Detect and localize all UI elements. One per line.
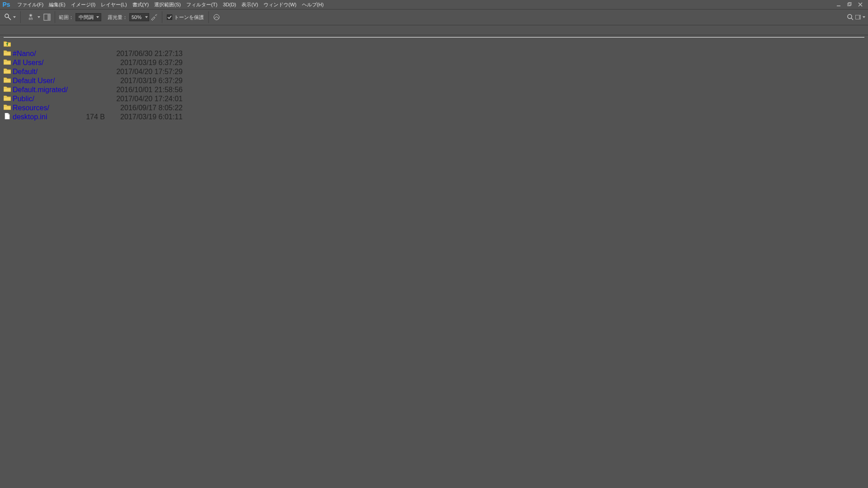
options-bar: 65 範囲： 中間調 露光量： 50% トーンを保護 <box>0 9 868 25</box>
pressure-size-toggle[interactable] <box>212 12 222 22</box>
item-name: Default.migrated/ <box>13 86 76 94</box>
svg-point-7 <box>156 15 156 16</box>
menu-type[interactable]: 書式(Y) <box>130 0 152 9</box>
separator <box>20 11 21 23</box>
item-date: 2017/03/19 6:37:29 <box>108 59 184 67</box>
window-close-button[interactable] <box>856 1 864 8</box>
app-logo: Ps <box>1 0 12 9</box>
file-listing: #Nano/2017/06/30 21:27:13All Users/2017/… <box>0 38 868 122</box>
item-date: 2017/03/19 6:01:11 <box>108 113 184 121</box>
range-label: 範囲： <box>59 14 74 21</box>
item-date: 2017/04/20 17:57:29 <box>108 68 184 76</box>
folder-icon <box>4 95 13 103</box>
window-maximize-button[interactable] <box>845 1 854 8</box>
item-name: desktop.ini <box>13 113 76 121</box>
item-name: All Users/ <box>13 59 76 67</box>
list-item[interactable]: Default.migrated/2016/10/01 21:58:56 <box>4 85 864 94</box>
caret-icon <box>145 16 148 18</box>
caret-icon <box>96 16 99 18</box>
airbrush-toggle[interactable] <box>149 12 159 22</box>
folder-icon <box>4 50 13 58</box>
folder-icon <box>4 77 13 85</box>
list-item[interactable]: desktop.ini174 B2017/03/19 6:01:11 <box>4 113 864 122</box>
menu-view[interactable]: 表示(V) <box>239 0 261 9</box>
svg-point-5 <box>156 14 156 15</box>
svg-rect-4 <box>47 14 50 20</box>
menu-filter[interactable]: フィルター(T) <box>184 0 220 9</box>
folder-icon <box>4 104 13 112</box>
svg-point-8 <box>214 14 219 20</box>
item-date: 2017/06/30 21:27:13 <box>108 50 184 58</box>
item-size: 174 B <box>76 113 108 121</box>
window-controls <box>835 1 868 8</box>
item-name: Public/ <box>13 95 76 103</box>
list-item[interactable]: #Nano/2017/06/30 21:27:13 <box>4 49 864 58</box>
caret-icon <box>38 16 40 18</box>
list-item[interactable]: Public/2017/04/20 17:24:01 <box>4 94 864 103</box>
menu-help[interactable]: ヘルプ(H) <box>299 0 326 9</box>
protect-tones-label: トーンを保護 <box>174 14 204 21</box>
brush-panel-toggle[interactable] <box>42 12 52 22</box>
brush-size-value: 65 <box>29 17 33 21</box>
folder-icon <box>4 86 13 94</box>
folder-icon <box>4 59 13 67</box>
item-name: #Nano/ <box>13 50 76 58</box>
separator <box>55 11 55 23</box>
canvas-area: #Nano/2017/06/30 21:27:13All Users/2017/… <box>0 35 868 486</box>
window-minimize-button[interactable] <box>835 1 843 8</box>
svg-point-6 <box>156 14 157 14</box>
menu-edit[interactable]: 編集(E) <box>46 0 68 9</box>
exposure-input[interactable]: 50% <box>129 13 149 21</box>
list-item[interactable]: All Users/2017/03/19 6:37:29 <box>4 58 864 67</box>
separator <box>162 11 162 23</box>
workspace-switcher[interactable] <box>855 12 865 22</box>
search-icon[interactable] <box>845 12 855 22</box>
svg-rect-11 <box>859 15 861 19</box>
item-name: Default User/ <box>13 77 76 85</box>
list-item[interactable]: Resources/2016/09/17 8:05:22 <box>4 103 864 113</box>
item-date: 2017/03/19 6:37:29 <box>108 77 184 85</box>
brush-preset-picker[interactable]: 65 <box>24 11 42 23</box>
svg-point-9 <box>848 14 852 19</box>
menu-image[interactable]: イメージ(I) <box>68 0 98 9</box>
list-item[interactable]: Default/2017/04/20 17:57:29 <box>4 67 864 76</box>
item-date: 2016/09/17 8:05:22 <box>108 104 184 112</box>
svg-rect-0 <box>848 3 850 6</box>
svg-rect-1 <box>849 3 851 5</box>
document-tabstrip <box>0 25 868 35</box>
current-tool-dodge[interactable] <box>3 11 18 23</box>
caret-icon <box>13 16 16 18</box>
separator <box>208 11 209 23</box>
menu-layer[interactable]: レイヤー(L) <box>98 0 129 9</box>
list-item[interactable]: Default User/2017/03/19 6:37:29 <box>4 76 864 85</box>
menu-window[interactable]: ウィンドウ(W) <box>261 0 299 9</box>
exposure-value: 50% <box>132 14 142 20</box>
file-icon <box>4 113 13 121</box>
item-name: Resources/ <box>13 104 76 112</box>
menu-bar: Ps ファイル(F) 編集(E) イメージ(I) レイヤー(L) 書式(Y) 選… <box>0 0 868 9</box>
caret-icon <box>863 16 865 18</box>
menu-select[interactable]: 選択範囲(S) <box>151 0 184 9</box>
protect-tones-checkbox[interactable]: トーンを保護 <box>165 11 206 23</box>
menu-3d[interactable]: 3D(D) <box>220 0 239 9</box>
item-date: 2016/10/01 21:58:56 <box>108 86 184 94</box>
svg-point-2 <box>5 14 9 18</box>
item-date: 2017/04/20 17:24:01 <box>108 95 184 103</box>
menu-file[interactable]: ファイル(F) <box>14 0 46 9</box>
parent-directory-row[interactable] <box>4 40 864 49</box>
folder-icon <box>4 68 13 76</box>
item-name: Default/ <box>13 68 76 76</box>
exposure-label: 露光量： <box>108 14 127 21</box>
up-folder-icon <box>4 41 13 49</box>
range-value: 中間調 <box>79 14 94 21</box>
range-select[interactable]: 中間調 <box>75 13 101 21</box>
